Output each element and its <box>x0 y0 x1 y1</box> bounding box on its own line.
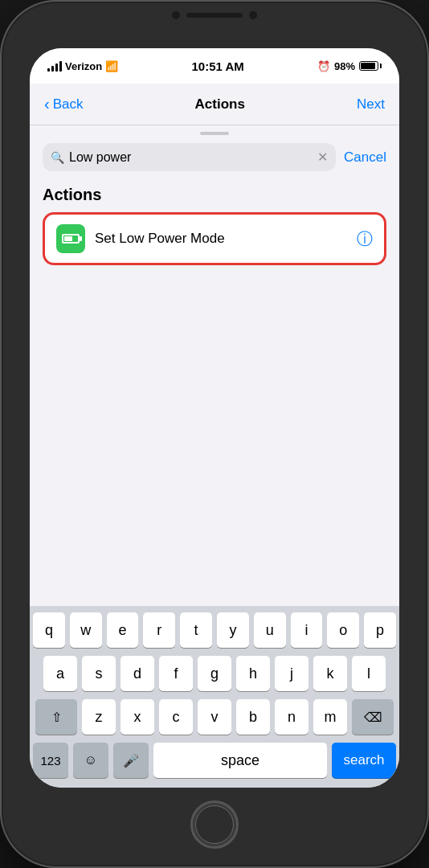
speaker-slot <box>186 13 243 18</box>
action-icon-wrapper <box>56 224 85 253</box>
action-label: Set Low Power Mode <box>95 231 347 247</box>
search-cancel-button[interactable]: Cancel <box>344 149 386 166</box>
key-g[interactable]: g <box>198 656 231 691</box>
search-input[interactable]: Low power <box>69 150 313 165</box>
key-o[interactable]: o <box>327 612 359 648</box>
backspace-key[interactable]: ⌫ <box>352 699 394 735</box>
signal-bars <box>47 61 62 72</box>
status-left: Verizon 📶 <box>47 60 118 72</box>
content-area: 🔍 Low power ✕ Cancel Actions Set Low Pow <box>30 125 399 606</box>
camera-dot <box>172 11 180 19</box>
search-bar[interactable]: 🔍 Low power ✕ <box>43 143 336 171</box>
chevron-left-icon: ‹ <box>44 95 50 113</box>
back-label: Back <box>53 96 84 113</box>
actions-section: Actions Set Low Power Mode ⓘ <box>30 179 399 270</box>
key-p[interactable]: p <box>364 612 396 648</box>
space-key[interactable]: space <box>153 743 327 778</box>
keyboard-row-2: a s d f g h j k l <box>33 656 396 691</box>
handle-bar <box>200 132 229 135</box>
key-l[interactable]: l <box>352 656 386 691</box>
key-w[interactable]: w <box>70 612 102 648</box>
set-low-power-mode-row[interactable]: Set Low Power Mode ⓘ <box>43 212 386 265</box>
battery-icon <box>359 61 382 71</box>
alarm-icon: ⏰ <box>317 60 330 72</box>
signal-bar-2 <box>51 66 54 72</box>
key-x[interactable]: x <box>121 699 154 735</box>
key-i[interactable]: i <box>291 612 323 648</box>
screen: Verizon 📶 10:51 AM ⏰ 98% ‹ Back <box>30 48 399 788</box>
key-b[interactable]: b <box>236 699 270 735</box>
sensor-dot <box>249 11 257 19</box>
carrier-name: Verizon <box>65 60 102 72</box>
battery-percent: 98% <box>334 60 355 72</box>
status-right: ⏰ 98% <box>317 60 382 72</box>
home-button[interactable] <box>190 800 239 849</box>
sheet-handle <box>30 125 399 140</box>
back-button[interactable]: ‹ Back <box>44 95 83 113</box>
key-t[interactable]: t <box>180 612 212 648</box>
numbers-key[interactable]: 123 <box>33 743 68 778</box>
key-q[interactable]: q <box>33 612 65 648</box>
key-j[interactable]: j <box>275 656 308 691</box>
key-u[interactable]: u <box>254 612 286 648</box>
signal-bar-4 <box>59 61 62 72</box>
key-n[interactable]: n <box>275 699 308 735</box>
battery-action-icon <box>62 234 80 244</box>
mic-key[interactable]: 🎤 <box>113 743 149 778</box>
camera-area <box>172 11 257 19</box>
key-m[interactable]: m <box>313 699 347 735</box>
key-z[interactable]: z <box>82 699 116 735</box>
battery-tip <box>380 63 382 68</box>
key-h[interactable]: h <box>236 656 270 691</box>
key-e[interactable]: e <box>107 612 139 648</box>
key-f[interactable]: f <box>159 656 193 691</box>
key-s[interactable]: s <box>82 656 116 691</box>
keyboard: q w e r t y u i o p a s d f g h j k <box>30 606 399 788</box>
search-container: 🔍 Low power ✕ Cancel <box>30 140 399 179</box>
search-clear-icon[interactable]: ✕ <box>317 149 328 165</box>
home-inner <box>195 805 234 844</box>
status-bar: Verizon 📶 10:51 AM ⏰ 98% <box>30 48 399 84</box>
next-button[interactable]: Next <box>357 96 385 113</box>
key-r[interactable]: r <box>143 612 175 648</box>
search-icon: 🔍 <box>51 151 64 164</box>
key-c[interactable]: c <box>159 699 193 735</box>
status-time: 10:51 AM <box>191 59 243 73</box>
signal-bar-3 <box>55 63 58 72</box>
search-button[interactable]: search <box>332 743 396 778</box>
info-icon[interactable]: ⓘ <box>357 228 373 250</box>
shift-key[interactable]: ⇧ <box>35 699 77 735</box>
keyboard-row-3: ⇧ z x c v b n m ⌫ <box>33 699 396 735</box>
signal-bar-1 <box>47 68 50 72</box>
key-v[interactable]: v <box>198 699 231 735</box>
emoji-key[interactable]: ☺ <box>73 743 108 778</box>
keyboard-row-1: q w e r t y u i o p <box>33 612 396 648</box>
phone-shell: Verizon 📶 10:51 AM ⏰ 98% ‹ Back <box>0 0 429 868</box>
battery-body <box>359 61 378 71</box>
nav-bar: ‹ Back Actions Next <box>30 84 399 125</box>
battery-action-fill <box>64 236 72 241</box>
key-k[interactable]: k <box>313 656 347 691</box>
wifi-icon: 📶 <box>105 60 118 72</box>
actions-heading: Actions <box>43 186 386 204</box>
key-y[interactable]: y <box>217 612 249 648</box>
key-d[interactable]: d <box>121 656 154 691</box>
key-a[interactable]: a <box>43 656 77 691</box>
nav-title: Actions <box>195 96 245 113</box>
battery-fill <box>361 63 375 69</box>
keyboard-bottom-row: 123 ☺ 🎤 space search <box>33 743 396 778</box>
